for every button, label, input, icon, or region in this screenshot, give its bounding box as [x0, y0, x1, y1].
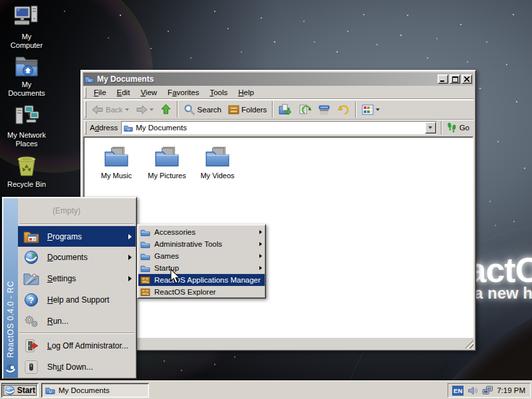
focus-outline [3, 385, 37, 396]
language-indicator[interactable]: EN [452, 386, 464, 396]
start-menu-item-settings[interactable]: Settings [18, 268, 136, 289]
folder-item-my-music[interactable]: My Music [92, 146, 141, 180]
programs-submenu: Accessories Administrative Tools Games S… [137, 224, 266, 299]
submenu-arrow-icon [128, 255, 132, 260]
views-button[interactable] [358, 101, 383, 118]
explorer-icon [140, 288, 150, 297]
start-menu-item-documents[interactable]: Documents [18, 247, 136, 268]
back-arrow-icon [92, 104, 104, 115]
run-icon [23, 314, 39, 329]
folder-icon [140, 252, 150, 261]
copy-to-button[interactable] [295, 101, 315, 118]
start-menu: ReactOS 0.4.0 - RC (Empty) Programs [2, 197, 137, 379]
delete-button[interactable] [315, 101, 334, 118]
folder-icon [140, 240, 150, 249]
start-menu-item-help-and-support[interactable]: ? Help and Support [18, 289, 136, 311]
folders-button[interactable]: Folders [225, 101, 270, 118]
start-menu-banner-strip: ReactOS 0.4.0 - RC [3, 198, 18, 378]
menu-bar: File Edit View Favorites Tools Help [83, 86, 473, 100]
submenu-item-accessories[interactable]: Accessories [138, 226, 265, 238]
menubar-grip[interactable] [84, 87, 86, 98]
desktop-icon-my-computer[interactable]: My Computer [3, 4, 51, 50]
log-off-icon [23, 338, 39, 353]
start-menu-item-log-off[interactable]: Log Off Administrator... [18, 335, 136, 356]
system-tray: EN 7:19 PM [448, 383, 531, 398]
my-network-places-icon [13, 104, 40, 129]
start-menu-item-empty: (Empty) [18, 200, 136, 222]
start-menu-banner-text: ReactOS 0.4.0 - RC [3, 201, 18, 360]
views-icon [362, 104, 374, 115]
submenu-arrow-icon [259, 266, 262, 270]
address-dropdown-button[interactable] [425, 122, 436, 134]
menu-view[interactable]: View [135, 86, 162, 98]
submenu-item-reactos-explorer[interactable]: ReactOS Explorer [138, 286, 265, 298]
taskbar: Start My Documents EN 7:19 PM [0, 380, 532, 399]
starfield [0, 0, 1, 1]
undo-button[interactable] [334, 101, 353, 118]
start-menu-item-programs[interactable]: Programs [18, 226, 136, 247]
folder-item-my-videos[interactable]: My Videos [193, 146, 242, 180]
chevron-down-icon [428, 126, 432, 129]
programs-icon [23, 229, 39, 244]
desktop-icon-recycle-bin[interactable]: Recycle Bin [3, 153, 51, 189]
start-menu-item-run[interactable]: Run... [18, 311, 136, 332]
address-folder-icon [124, 124, 133, 132]
folder-item-my-pictures[interactable]: My Pictures [142, 146, 192, 180]
search-icon [184, 104, 196, 116]
taskbar-task-my-documents[interactable]: My Documents [41, 383, 149, 398]
desktop-icon-label: My Documents [8, 80, 45, 98]
network-icon[interactable] [482, 386, 493, 395]
resize-grip[interactable] [465, 340, 473, 348]
search-button[interactable]: Search [180, 101, 225, 118]
start-menu-separator [19, 223, 134, 225]
applications-manager-icon [140, 276, 150, 285]
maximize-button[interactable] [450, 74, 460, 84]
desktop-icon-my-network-places[interactable]: My Network Places [3, 104, 51, 148]
address-input[interactable]: My Documents [121, 121, 436, 134]
address-label: Address [90, 124, 118, 132]
reactos-logo-icon [5, 364, 16, 374]
undo-icon [337, 104, 350, 115]
move-to-icon [279, 104, 292, 116]
addressbar-grip[interactable] [84, 121, 86, 134]
back-dropdown-icon [125, 108, 129, 111]
move-to-button[interactable] [275, 101, 295, 118]
back-button[interactable]: Back [88, 101, 132, 118]
menu-favorites[interactable]: Favorites [162, 86, 204, 98]
go-button[interactable]: Go [444, 122, 473, 133]
my-documents-icon [13, 55, 40, 78]
menu-file[interactable]: File [88, 86, 112, 98]
addressbar-separator [441, 121, 442, 134]
settings-icon [23, 271, 39, 286]
menu-edit[interactable]: Edit [112, 86, 136, 98]
volume-icon[interactable] [467, 386, 478, 396]
wallpaper-subtitle: a new hope [474, 284, 532, 303]
window-title: My Documents [97, 74, 436, 84]
start-button[interactable]: Start [1, 383, 39, 398]
minimize-button[interactable] [438, 74, 448, 84]
submenu-arrow-icon [128, 276, 132, 281]
delete-shredder-icon [318, 104, 331, 116]
up-button[interactable] [157, 101, 175, 118]
menu-help[interactable]: Help [233, 86, 259, 98]
submenu-item-administrative-tools[interactable]: Administrative Tools [138, 238, 265, 250]
toolbar-grip[interactable] [84, 101, 86, 118]
close-button[interactable] [462, 74, 472, 84]
desktop-icon-label: Recycle Bin [7, 180, 46, 189]
desktop-icon-my-documents[interactable]: My Documents [3, 55, 51, 98]
submenu-arrow-icon [259, 230, 262, 234]
go-footprints-icon [447, 122, 457, 133]
explorer-window: My Documents File Edit View Favorites To… [80, 70, 476, 351]
shut-down-icon [23, 360, 39, 374]
close-icon [464, 76, 469, 82]
clock[interactable]: 7:19 PM [497, 386, 525, 394]
window-titlebar[interactable]: My Documents [83, 72, 473, 86]
submenu-item-startup[interactable]: Startup [138, 262, 265, 274]
forward-button[interactable] [132, 101, 157, 118]
menu-tools[interactable]: Tools [204, 86, 233, 98]
submenu-item-games[interactable]: Games [138, 250, 265, 262]
up-arrow-icon [160, 104, 172, 115]
start-menu-item-shut-down[interactable]: Shut Down... [18, 356, 136, 378]
folder-icon [154, 146, 180, 168]
submenu-item-reactos-applications-manager[interactable]: ReactOS Applications Manager [138, 274, 265, 286]
